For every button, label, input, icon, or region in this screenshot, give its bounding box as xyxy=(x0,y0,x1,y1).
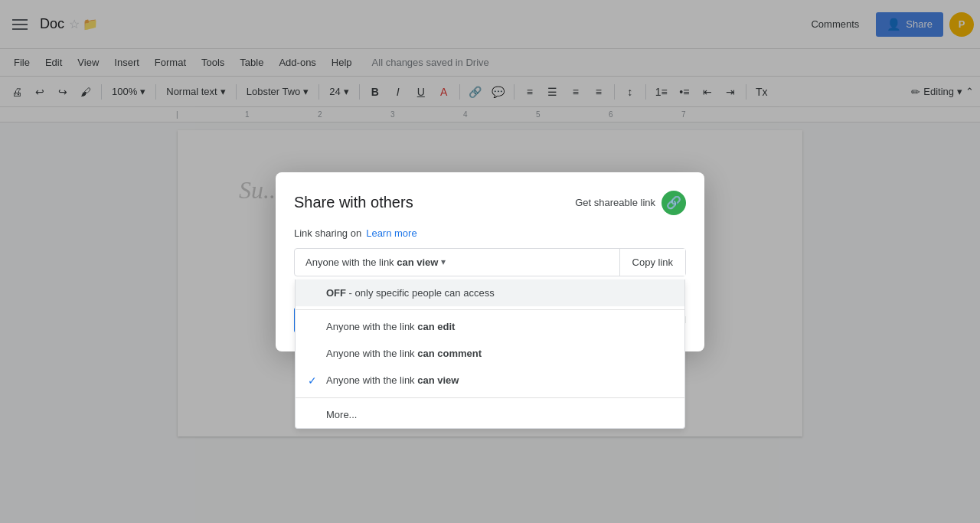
link-sharing-box: Anyone with the link can view ▾ Copy lin… xyxy=(294,248,686,276)
link-dropdown[interactable]: Anyone with the link can view ▾ xyxy=(295,249,620,276)
dropdown-item-edit[interactable]: Anyone with the link can edit xyxy=(296,313,684,340)
dropdown-divider xyxy=(296,309,684,310)
link-sharing-top: Anyone with the link can view ▾ Copy lin… xyxy=(295,249,685,276)
share-dialog-body: Link sharing on Learn more Anyone with t… xyxy=(276,227,704,295)
dropdown-arrow-icon: ▾ xyxy=(441,257,446,267)
off-label: OFF - only specific people can access xyxy=(326,287,495,299)
dropdown-item-comment[interactable]: Anyone with the link can comment xyxy=(296,340,684,367)
link-permission: can view xyxy=(397,257,438,268)
edit-label: Anyone with the link can edit xyxy=(326,321,455,332)
view-label: Anyone with the link can view xyxy=(326,374,459,386)
comment-label: Anyone with the link can comment xyxy=(326,348,482,359)
more-label: More... xyxy=(326,409,357,420)
sharing-dropdown-menu: OFF - only specific people can access An… xyxy=(295,279,685,429)
share-dialog-title: Share with others xyxy=(294,194,413,211)
link-chain-icon: 🔗 xyxy=(662,191,686,215)
learn-more-link[interactable]: Learn more xyxy=(366,227,416,239)
dropdown-item-more[interactable]: More... xyxy=(296,401,684,428)
share-dialog-header: Share with others Get shareable link 🔗 xyxy=(276,172,704,227)
link-sharing-row: Link sharing on Learn more xyxy=(294,227,686,239)
dropdown-divider-2 xyxy=(296,397,684,398)
dialog-overlay[interactable]: Share with others Get shareable link 🔗 L… xyxy=(0,0,980,523)
checkmark-icon: ✓ xyxy=(308,374,320,387)
dropdown-item-view[interactable]: ✓ Anyone with the link can view xyxy=(296,367,684,394)
share-dialog: Share with others Get shareable link 🔗 L… xyxy=(276,172,704,351)
copy-link-button[interactable]: Copy link xyxy=(620,249,685,276)
get-shareable-link-text: Get shareable link xyxy=(575,197,655,208)
get-shareable-link[interactable]: Get shareable link 🔗 xyxy=(575,191,686,215)
link-sharing-label: Link sharing on xyxy=(294,227,361,239)
dropdown-item-off[interactable]: OFF - only specific people can access xyxy=(296,279,684,306)
link-dropdown-text: Anyone with the link can view xyxy=(305,257,438,268)
